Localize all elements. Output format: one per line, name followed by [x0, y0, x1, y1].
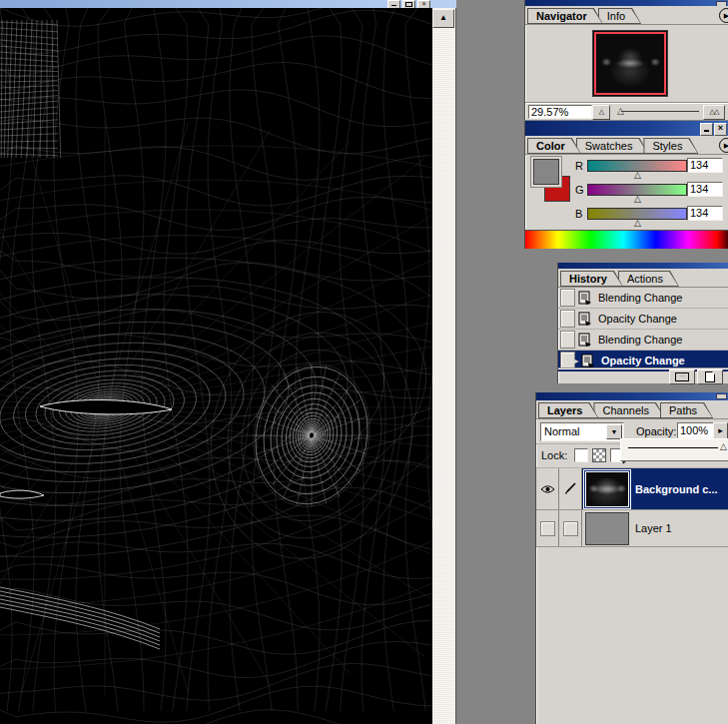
- new-document-from-state-icon[interactable]: ···: [669, 369, 695, 384]
- tab-color[interactable]: Color: [527, 138, 581, 154]
- zoom-slider-thumb[interactable]: △: [617, 106, 624, 117]
- chevron-down-icon[interactable]: ▼: [606, 424, 622, 439]
- tab-layers[interactable]: Layers: [538, 402, 598, 418]
- layers-palette: Layers Channels Paths Normal ▼ Opacity: …: [535, 392, 728, 724]
- history-state-label: Blending Change: [598, 334, 682, 346]
- blend-mode-select[interactable]: Normal ▼: [540, 422, 624, 441]
- green-channel-label: G: [575, 184, 584, 196]
- red-value-field[interactable]: 134: [687, 158, 723, 173]
- scroll-up-icon[interactable]: ▲: [432, 9, 454, 28]
- green-slider-thumb[interactable]: △: [634, 194, 641, 204]
- red-channel-label: R: [575, 160, 583, 172]
- history-source-well[interactable]: [560, 289, 575, 307]
- active-layer-well[interactable]: [559, 468, 582, 509]
- link-well[interactable]: [559, 510, 582, 546]
- history-tab-row: History Actions: [558, 269, 728, 288]
- transparency-checker-icon: [592, 448, 606, 462]
- visibility-well[interactable]: [536, 510, 559, 546]
- layer-thumbnail[interactable]: [585, 471, 629, 507]
- blue-value-field[interactable]: 134: [687, 206, 723, 221]
- layer-row-layer1[interactable]: Layer 1: [536, 510, 728, 547]
- layer-row-background-copy[interactable]: Background c...: [536, 468, 728, 510]
- history-source-well[interactable]: [560, 310, 575, 328]
- tab-history[interactable]: History: [560, 271, 623, 287]
- history-state[interactable]: Blending Change: [558, 288, 728, 309]
- minimize-icon[interactable]: [700, 123, 713, 136]
- tab-paths[interactable]: Paths: [660, 402, 713, 418]
- color-tab-row: Color Swatches Styles ▶: [525, 136, 728, 155]
- lock-label: Lock:: [541, 449, 567, 461]
- navigator-zoom-bar: 29.57% △ △ △△: [525, 102, 728, 121]
- history-state-label: Opacity Change: [601, 355, 685, 366]
- history-state-label: Blending Change: [598, 292, 682, 304]
- opacity-slider-popup[interactable]: △: [620, 438, 728, 461]
- current-state-marker-icon: ▸: [574, 357, 581, 365]
- history-bottom-bar: ···: [558, 367, 728, 384]
- opacity-slider-thumb[interactable]: △: [720, 441, 727, 451]
- history-palette: History Actions Blending Change Opacity …: [557, 263, 728, 383]
- history-state-icon: [578, 333, 592, 348]
- layers-titlebar[interactable]: [536, 392, 728, 400]
- canvas-wireframe-image: [0, 8, 432, 724]
- layer-name[interactable]: Background c...: [635, 483, 718, 495]
- blue-channel-label: B: [575, 208, 582, 220]
- palette-menu-icon[interactable]: ▶: [719, 8, 728, 23]
- blue-slider-thumb[interactable]: △: [634, 218, 641, 228]
- channel-row-green: G △ 134: [573, 181, 725, 205]
- navigator-palette: Navigator Info ▶ 29.57% △ △ △△: [524, 0, 728, 120]
- minimize-icon[interactable]: [716, 393, 727, 399]
- tab-navigator[interactable]: Navigator: [527, 8, 603, 24]
- green-value-field[interactable]: 134: [687, 182, 723, 197]
- history-state-icon: [581, 354, 595, 368]
- zoom-slider-track[interactable]: [621, 111, 699, 112]
- navigator-preview-area: [525, 25, 728, 102]
- opacity-label: Opacity:: [636, 425, 676, 437]
- tab-styles[interactable]: Styles: [643, 138, 698, 154]
- navigator-tab-row: Navigator Info ▶: [525, 6, 728, 25]
- tab-channels[interactable]: Channels: [593, 402, 664, 418]
- color-titlebar[interactable]: ×: [525, 121, 728, 136]
- navigator-viewbox[interactable]: [594, 32, 666, 95]
- color-spectrum-bar[interactable]: [525, 230, 728, 249]
- vertical-scrollbar[interactable]: ▲: [432, 8, 456, 724]
- opacity-value-field[interactable]: 100%: [677, 422, 715, 438]
- green-slider[interactable]: △: [587, 184, 687, 196]
- tab-swatches[interactable]: Swatches: [576, 138, 649, 154]
- blue-slider[interactable]: △: [587, 208, 687, 220]
- color-body: R △ 134 G △ 134 B △: [525, 155, 728, 230]
- eye-icon[interactable]: [540, 484, 555, 494]
- foreground-color-swatch[interactable]: [533, 159, 559, 185]
- history-state-icon: [578, 291, 592, 306]
- history-state-icon: [578, 312, 592, 327]
- color-palette: × Color Swatches Styles ▶ R △ 134 G: [524, 121, 728, 249]
- history-state[interactable]: Opacity Change: [558, 309, 728, 330]
- history-state[interactable]: Blending Change: [558, 330, 728, 351]
- red-slider-thumb[interactable]: △: [634, 170, 641, 180]
- new-snapshot-icon[interactable]: [697, 369, 723, 384]
- brush-icon: [564, 482, 576, 495]
- visibility-well[interactable]: [536, 468, 559, 509]
- red-slider[interactable]: △: [587, 160, 687, 172]
- history-state-list: Blending Change Opacity Change Blending …: [558, 288, 728, 367]
- layer-name[interactable]: Layer 1: [635, 522, 672, 534]
- channel-rows: R △ 134 G △ 134 B △: [573, 157, 725, 229]
- layers-tab-row: Layers Channels Paths: [536, 400, 728, 419]
- zoom-out-icon[interactable]: △: [592, 105, 610, 120]
- document-titlebar[interactable]: ×: [0, 0, 456, 8]
- photoshop-workspace: × ▲ Navigator Info ▶ 29.57% △ △ △△: [0, 0, 728, 724]
- opacity-slider-track[interactable]: [628, 447, 718, 448]
- zoom-percent-field[interactable]: 29.57%: [528, 105, 592, 119]
- tab-info[interactable]: Info: [598, 8, 641, 24]
- lock-transparency-checkbox[interactable]: [574, 448, 588, 462]
- navigator-zoom-slider[interactable]: △: [613, 105, 701, 118]
- navigator-thumbnail[interactable]: [592, 30, 668, 97]
- channel-row-blue: B △ 134: [573, 205, 725, 229]
- layer-thumbnail[interactable]: [585, 512, 629, 545]
- history-state-label: Opacity Change: [598, 313, 677, 325]
- close-icon[interactable]: ×: [714, 123, 727, 136]
- palette-menu-icon[interactable]: ▶: [719, 138, 728, 153]
- tab-actions[interactable]: Actions: [618, 271, 679, 287]
- history-source-well[interactable]: [560, 331, 575, 349]
- channel-row-red: R △ 134: [573, 157, 725, 181]
- zoom-in-icon[interactable]: △△: [703, 105, 725, 120]
